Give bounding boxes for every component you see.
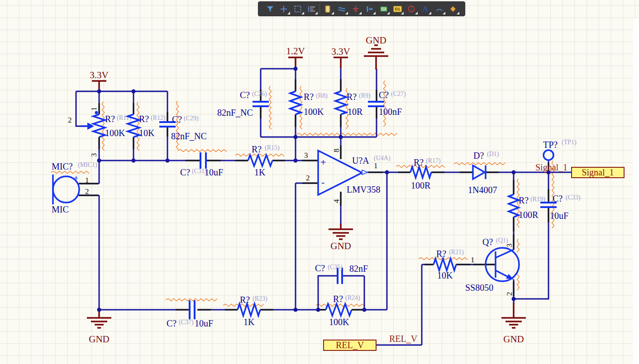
- pin-number: 1: [85, 176, 89, 184]
- pin-number: 2: [68, 116, 72, 124]
- capacitor-c31[interactable]: C? (C31) 10uF: [180, 152, 223, 177]
- designator: R?: [139, 114, 149, 124]
- power-label: 1.2V: [286, 46, 305, 57]
- capacitor-c29[interactable]: C? (C29) 82nF_NC: [159, 114, 207, 141]
- microphone-mic1[interactable]: MIC? (MIC1) MIC + 1 2: [52, 161, 97, 214]
- unique-id: (R15): [265, 144, 280, 151]
- power-label: GND: [330, 241, 351, 251]
- unique-id: (R9): [359, 92, 371, 99]
- designator: R?: [347, 92, 357, 102]
- unique-id: (C35): [328, 264, 343, 271]
- designator: U?A: [352, 156, 369, 165]
- designator: R?: [519, 195, 529, 205]
- resistor-r19[interactable]: R? (R19) 100R: [509, 194, 545, 220]
- power-label: GND: [89, 334, 110, 345]
- designator: C?: [180, 167, 190, 177]
- designator: C?: [172, 114, 182, 124]
- value: 10uF: [205, 167, 223, 177]
- unique-id: (Q1): [496, 237, 508, 244]
- value: 100K: [329, 317, 349, 327]
- designator: C?: [315, 263, 325, 273]
- resistor-r23[interactable]: R? (R23) 1K: [238, 295, 267, 327]
- capacitor-c35[interactable]: C? (C35) 82nF: [315, 263, 368, 284]
- transistor-q1[interactable]: Q? (Q1) SS8050 1 3 2: [465, 237, 519, 296]
- designator: C?: [553, 194, 563, 203]
- designator: C?: [379, 90, 389, 100]
- pin-number: 8: [332, 149, 341, 153]
- power-port-12[interactable]: 1.2V: [286, 46, 305, 68]
- designator: R?: [436, 249, 446, 259]
- value: 10uF: [550, 211, 568, 221]
- port-label: Signal_1: [582, 167, 614, 178]
- pin-number: 2: [85, 187, 89, 196]
- unique-id: (C27): [391, 90, 406, 98]
- value: 82nF_NC: [171, 131, 207, 141]
- value: 100K: [105, 128, 125, 138]
- value: MIC: [52, 204, 69, 214]
- unique-id: (U4A): [374, 155, 391, 162]
- value: 82nF: [349, 264, 368, 274]
- unique-id: (R21): [449, 249, 464, 256]
- designator: R?: [252, 144, 262, 154]
- port-signal1[interactable]: Signal_1: [572, 167, 624, 178]
- capacitor-c27[interactable]: C? (C27) 100nF: [368, 90, 406, 117]
- value: 10R: [348, 107, 363, 117]
- designator: D?: [473, 151, 484, 161]
- designator: TP?: [543, 140, 558, 150]
- power-label: 3.3V: [331, 46, 350, 57]
- value: 100K: [304, 107, 324, 117]
- pin-number: 3: [90, 153, 98, 157]
- plus-mark: +: [74, 174, 78, 183]
- capacitor-c37[interactable]: C? (C37) 10uF: [167, 300, 213, 328]
- unique-id: (R23): [253, 295, 267, 303]
- pin-number: 3: [304, 151, 308, 160]
- designator: R?: [333, 294, 343, 304]
- testpoint-tp1[interactable]: TP? (TP1): [543, 139, 577, 160]
- designator: C?: [240, 90, 250, 100]
- gnd-port-opamp[interactable]: GND: [329, 224, 353, 251]
- net-label-signal1[interactable]: Signal_1: [535, 162, 567, 173]
- power-label: 3.3V: [90, 70, 108, 80]
- unique-id: (TP1): [562, 139, 577, 146]
- schematic-canvas[interactable]: 3.3V 1.2V 3.3V GND GND GND GND: [0, 0, 639, 364]
- power-port-33-left[interactable]: 3.3V: [90, 70, 108, 91]
- schematic-editor: D1 A: [0, 0, 639, 364]
- gnd-port-top[interactable]: GND: [364, 35, 388, 70]
- resistor-r17[interactable]: R? (R17) 100R: [410, 157, 441, 190]
- designator: R?: [414, 157, 424, 167]
- value: 100nF: [379, 107, 402, 117]
- pin-number: 1: [90, 107, 98, 111]
- capacitor-c33[interactable]: C? (C33) 10uF: [540, 194, 581, 221]
- resistor-r8[interactable]: R? (R8) 100K: [290, 91, 328, 117]
- value: 1N4007: [468, 185, 497, 195]
- unique-id: (R24): [345, 294, 360, 302]
- unique-id: (C37): [179, 319, 194, 326]
- designator: R?: [304, 92, 314, 102]
- plus-input-mark: +: [320, 156, 326, 168]
- resistor-r9[interactable]: R? (R9) 10R: [335, 91, 371, 117]
- value: 100R: [519, 210, 539, 220]
- unique-id: (D1): [487, 151, 499, 158]
- pin-number: 3: [505, 244, 514, 248]
- unique-id: (C33): [566, 194, 581, 201]
- pin-number: 4: [332, 199, 341, 203]
- opamp-u4a[interactable]: + - 3 2 8 4 1 U?A (U4A) LMV358: [304, 149, 391, 203]
- gnd-port-bottom-right[interactable]: GND: [501, 303, 526, 345]
- value: 82nF_NC: [217, 108, 253, 118]
- wires[interactable]: [76, 67, 572, 345]
- power-port-33-top[interactable]: 3.3V: [331, 46, 350, 68]
- designator: R?: [105, 114, 115, 124]
- value: 10uF: [195, 318, 213, 328]
- gnd-port-bottom-left[interactable]: GND: [87, 311, 111, 345]
- designator: R?: [240, 295, 250, 305]
- port-relv[interactable]: REL_V: [324, 340, 376, 350]
- unique-id: (R8): [316, 92, 328, 99]
- designator: Q?: [482, 237, 493, 247]
- unique-id: (C29): [184, 115, 199, 122]
- unique-id: (R17): [426, 157, 441, 165]
- pin-number: 1: [471, 255, 475, 264]
- designator: MIC?: [52, 161, 73, 171]
- net-label-relv[interactable]: REL_V: [389, 334, 418, 344]
- port-label: REL_V: [336, 340, 364, 350]
- value: LMV358: [347, 184, 380, 194]
